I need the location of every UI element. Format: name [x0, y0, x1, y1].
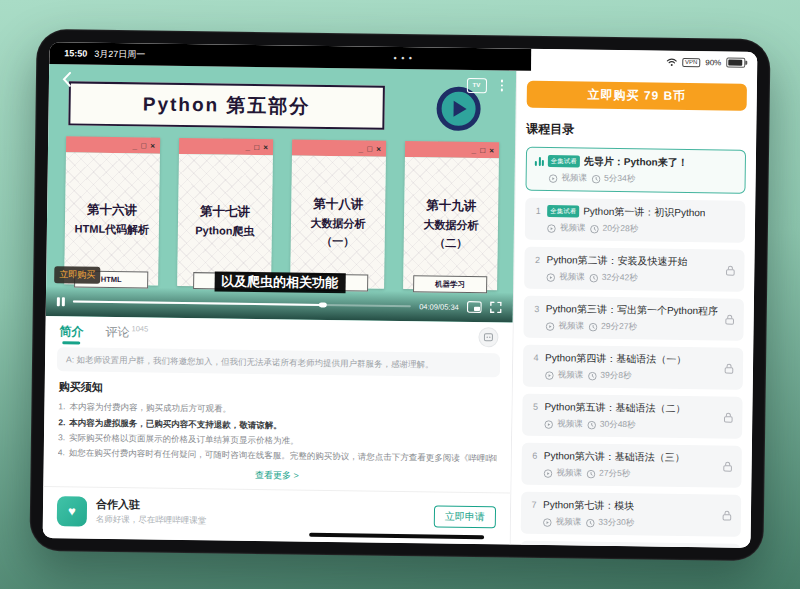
fullscreen-icon[interactable]	[490, 301, 502, 313]
course-sidebar: 立即购买 79 B币 课程目录 全集试看 先导片：Python来了！ 视频课 5…	[510, 71, 758, 548]
lesson-title: Python第四讲：基础语法（一）	[545, 351, 686, 367]
purchase-notes-list: 1.本内容为付费内容，购买成功后方可观看。2.本内容为虚拟服务，已购买内容不支持…	[58, 400, 498, 467]
screencast-icon[interactable]: TV	[466, 77, 486, 92]
window-controls-icons: _ □ ×	[133, 141, 157, 150]
pip-icon[interactable]	[467, 301, 482, 313]
lesson-type: 视频课	[558, 320, 584, 332]
card-text-line: 第十六讲	[87, 201, 137, 219]
lesson-title: Python第三讲：写出第一个Python程序	[546, 302, 718, 318]
buy-now-tooltip[interactable]: 立即购买	[54, 266, 100, 284]
lesson-item[interactable]: 6 Python第六讲：基础语法（三） 视频课 27分5秒	[521, 443, 742, 488]
progress-played	[72, 300, 323, 306]
pause-icon[interactable]	[57, 297, 65, 306]
comments-count: 1045	[131, 324, 148, 333]
purchase-notes: 购买须知 1.本内容为付费内容，购买成功后方可观看。2.本内容为虚拟服务，已购买…	[43, 379, 511, 485]
lesson-type: 视频课	[556, 516, 582, 528]
lesson-type: 视频课	[557, 418, 583, 430]
time-display: 04:09/05:34	[419, 302, 459, 312]
lesson-list: 全集试看 先导片：Python来了！ 视频课 5分34秒 1 全集试看 Pyth…	[520, 147, 746, 548]
lesson-item[interactable]: 4 Python第四讲：基础语法（一） 视频课 39分8秒	[523, 345, 744, 390]
window-titlebar: _ □ ×	[405, 141, 499, 158]
apply-button[interactable]: 立即申请	[434, 505, 496, 528]
lesson-duration: 5分34秒	[604, 173, 635, 185]
lesson-duration: 27分5秒	[599, 468, 630, 480]
lesson-item[interactable]: 8 Python第八讲：Python绘图 视频课 31分55秒	[520, 541, 741, 548]
lock-icon	[725, 265, 735, 276]
ipad-device: 15:50 3月27日周一 • • • VPN 90%	[29, 29, 770, 561]
vpn-badge: VPN	[682, 57, 700, 66]
partner-heart-icon: ♥	[57, 496, 87, 526]
back-icon[interactable]	[62, 71, 72, 87]
clock-icon	[587, 371, 596, 380]
lesson-number: 1	[533, 206, 543, 216]
tab-comments[interactable]: 评论1045	[105, 323, 148, 341]
partner-row: ♥ 合作入驻 名师好课，尽在哔哩哔哩课堂 立即申请	[43, 487, 511, 542]
lesson-item[interactable]: 全集试看 先导片：Python来了！ 视频课 5分34秒	[525, 147, 746, 194]
lesson-duration: 29分27秒	[601, 321, 637, 334]
video-type-icon	[546, 322, 555, 331]
window-titlebar: _ □ ×	[292, 139, 386, 156]
window-titlebar: _ □ ×	[179, 138, 273, 155]
course-cards: _ □ × 第十六讲HTML代码解析 HTML _ □ × 第十七讲Python…	[64, 136, 499, 290]
card-text-line: 第十九讲	[426, 197, 476, 215]
lock-icon	[723, 412, 733, 423]
lesson-item[interactable]: 5 Python第五讲：基础语法（二） 视频课 30分48秒	[522, 394, 743, 439]
window-controls-icons: _ □ ×	[359, 144, 383, 153]
lesson-duration: 39分8秒	[600, 370, 631, 382]
lesson-item[interactable]: 1 全集试看 Python第一讲：初识Python 视频课 20分28秒	[525, 198, 746, 243]
card-body: 第十七讲Python爬虫	[177, 154, 273, 287]
see-more-link[interactable]: 查看更多 >	[57, 466, 496, 485]
catalog-title: 课程目录	[526, 121, 746, 141]
lesson-title: 先导片：Python来了！	[584, 155, 688, 170]
clock-date: 3月27日周一	[94, 47, 145, 61]
browser-window-card: _ □ × 第十八讲大数据分析（一）	[290, 139, 386, 288]
video-type-icon	[547, 224, 556, 233]
qa-notice: A: 如老师设置用户群，我们将邀您加入，但我们无法承诺所有老师均提供用户群服务，…	[57, 347, 500, 377]
progress-bar[interactable]	[72, 300, 411, 307]
lesson-number: 3	[532, 304, 542, 314]
lock-icon	[722, 510, 732, 521]
lesson-item[interactable]: 3 Python第三讲：写出第一个Python程序 视频课 29分27秒	[523, 296, 744, 341]
status-bar-right: VPN 90%	[531, 49, 757, 74]
card-text-line: 大数据分析	[310, 215, 365, 231]
tab-intro[interactable]: 简介	[59, 316, 83, 346]
lesson-duration: 33分30秒	[598, 517, 634, 530]
card-text-line: 第十八讲	[313, 195, 363, 213]
progress-scrubber[interactable]	[319, 302, 327, 307]
card-text-line: Python爬虫	[195, 223, 254, 239]
buy-now-button[interactable]: 立即购买 79 B币	[527, 81, 747, 111]
clock-icon	[586, 469, 595, 478]
lock-icon	[723, 461, 733, 472]
lesson-item[interactable]: 7 Python第七讲：模块 视频课 33分30秒	[521, 492, 742, 537]
video-type-icon	[543, 469, 552, 478]
video-type-icon	[549, 174, 558, 183]
lesson-type: 视频课	[559, 271, 585, 283]
app-screen: 15:50 3月27日周一 • • • VPN 90%	[43, 42, 758, 548]
more-menu-icon[interactable]	[500, 80, 503, 92]
clock-icon	[588, 322, 597, 331]
customer-service-icon[interactable]	[478, 327, 498, 347]
lesson-duration: 30分48秒	[600, 419, 636, 432]
trial-badge: 全集试看	[548, 155, 580, 167]
card-text-line: HTML代码解析	[75, 221, 150, 237]
clock-icon	[591, 174, 600, 183]
multitask-dots-icon: • • •	[393, 47, 413, 69]
lesson-title: Python第七讲：模块	[543, 498, 634, 513]
lesson-type: 视频课	[560, 222, 586, 234]
wifi-icon	[666, 57, 677, 66]
battery-icon	[726, 58, 745, 68]
clock-time: 15:50	[64, 48, 87, 58]
lesson-type: 视频课	[558, 369, 584, 381]
card-text-line: 第十七讲	[200, 203, 250, 221]
lesson-item[interactable]: 2 Python第二讲：安装及快速开始 视频课 32分42秒	[524, 247, 745, 292]
lesson-duration: 32分42秒	[602, 272, 638, 285]
lesson-type: 视频课	[556, 467, 582, 479]
card-body: 第十九讲大数据分析（二）	[403, 157, 499, 290]
lesson-title: Python第五讲：基础语法（二）	[544, 400, 685, 416]
partner-title: 合作入驻	[96, 497, 207, 514]
lesson-title: Python第一讲：初识Python	[583, 205, 705, 221]
lesson-number: 6	[530, 451, 540, 461]
video-player[interactable]: TV Python 第五部分 _ □ × 第十六讲HTML代码解析 HTML _…	[46, 64, 516, 322]
card-text-line: 大数据分析	[423, 217, 478, 233]
lesson-number: 7	[529, 500, 539, 510]
